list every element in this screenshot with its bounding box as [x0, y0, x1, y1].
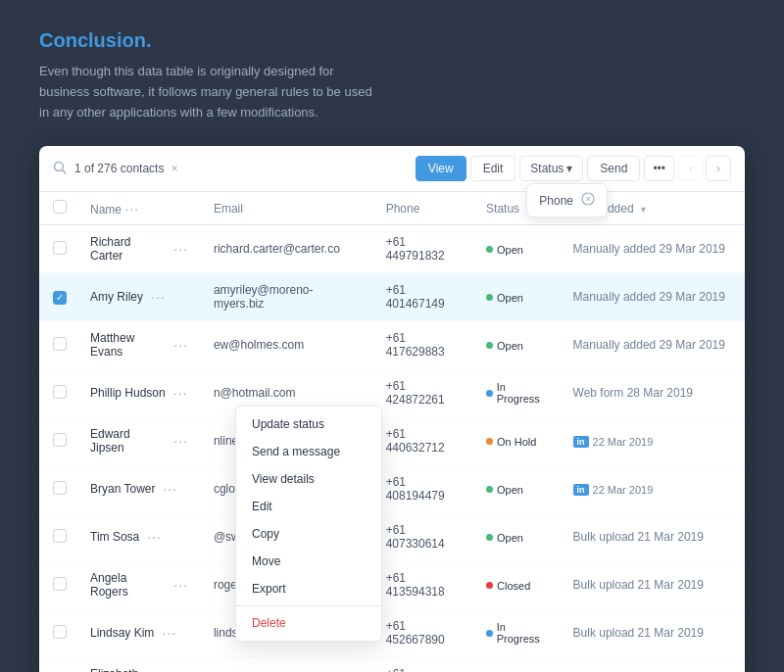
contact-phone: +61 403987612 [374, 657, 474, 672]
row-checkbox[interactable] [53, 625, 67, 639]
contacts-count: 1 of 276 contacts × [74, 162, 408, 175]
select-all-checkbox[interactable] [53, 200, 67, 214]
contact-status: Open [474, 273, 561, 321]
source-label: Bulk upload 21 Mar 2019 [573, 578, 704, 592]
context-menu-item-send-a-message[interactable]: Send a message [236, 438, 381, 465]
table-row: Lindsay Kim···lindsay98@wilkerson.com+61… [39, 609, 745, 657]
contact-phone: +61 401467149 [374, 273, 474, 321]
row-checkbox[interactable] [53, 577, 67, 591]
contact-date: in 22 Mar 2019 [562, 417, 745, 465]
contact-name: Richard Carter [90, 235, 166, 263]
row-options-button[interactable]: ··· [172, 385, 190, 401]
row-checkbox[interactable] [53, 433, 67, 447]
contact-email: amyriley@moreno-myers.biz [202, 273, 374, 321]
row-options-button[interactable]: ··· [172, 433, 190, 449]
status-dot [486, 438, 493, 445]
status-dot [486, 294, 493, 301]
conclusion-title: Conclusion. [39, 29, 745, 52]
source-label: Manually added 29 Mar 2019 [573, 290, 725, 304]
contact-status: Open [474, 225, 561, 273]
status-label: Open [497, 532, 523, 544]
contact-phone: +61 440632712 [374, 417, 474, 465]
source-label: Manually added 29 Mar 2019 [573, 338, 725, 352]
status-dot [486, 582, 493, 589]
context-menu-item-delete[interactable]: Delete [236, 609, 381, 637]
contact-date: Manually added 29 Mar 2019 [562, 225, 745, 273]
row-options-button[interactable]: ··· [172, 337, 190, 353]
contact-name: Elizabeth Myers [90, 667, 166, 672]
status-dot [486, 342, 493, 349]
contact-status: In Progress [474, 369, 561, 417]
context-menu-item-view-details[interactable]: View details [236, 465, 381, 493]
close-filter-button[interactable]: × [172, 162, 178, 175]
contact-date: Web form 28 Mar 2019 [562, 369, 745, 417]
contacts-card: 1 of 276 contacts × View Edit Status ▾ S… [39, 146, 745, 672]
contact-phone: +61 417629883 [374, 321, 474, 369]
status-button[interactable]: Status ▾ [519, 156, 583, 181]
more-button[interactable]: ••• [644, 156, 674, 181]
status-label: Open [497, 340, 523, 352]
row-checkbox[interactable] [53, 241, 67, 255]
context-menu-item-export[interactable]: Export [236, 575, 381, 602]
contact-phone: +61 424872261 [374, 369, 474, 417]
row-checkbox[interactable] [53, 481, 67, 495]
contact-email: ew@holmes.com [202, 321, 374, 369]
contact-status: Open [474, 465, 561, 513]
select-all-header [39, 192, 78, 225]
contact-phone: +61 452667890 [374, 609, 474, 657]
next-page-button[interactable]: › [706, 156, 731, 181]
edit-button[interactable]: Edit [470, 156, 516, 181]
contact-date: Manually added 29 Mar 2019 [562, 273, 745, 321]
contact-date: in 22 Mar 2019 [562, 465, 745, 513]
status-label: Closed [497, 580, 530, 592]
send-button[interactable]: Send [587, 156, 640, 181]
view-button[interactable]: View [416, 156, 466, 181]
status-label: Open [497, 484, 523, 496]
contact-status: Open [474, 657, 561, 672]
row-checkbox[interactable]: ✓ [53, 291, 67, 305]
context-menu-item-edit[interactable]: Edit [236, 493, 381, 520]
nav-arrows: ‹ › [678, 156, 731, 181]
table-row: Bryan Tower···cglobal.net+61 408194479Op… [39, 465, 745, 513]
menu-separator [236, 605, 381, 606]
context-menu-item-copy[interactable]: Copy [236, 520, 381, 548]
row-options-button[interactable]: ··· [172, 577, 190, 593]
contact-status: On Hold [474, 417, 561, 465]
row-checkbox[interactable] [53, 385, 67, 399]
row-checkbox[interactable] [53, 529, 67, 543]
context-menu-item-update-status[interactable]: Update status [236, 410, 381, 438]
sort-icon: ▼ [639, 205, 648, 215]
source-label: Web form 28 Mar 2019 [573, 386, 694, 400]
status-dot [486, 630, 493, 637]
row-options-button[interactable]: ··· [145, 529, 164, 545]
row-options-button[interactable]: ··· [160, 625, 178, 641]
row-options-button[interactable]: ··· [172, 241, 190, 257]
phone-tooltip-icon: ✕ [581, 192, 595, 209]
contact-email: richard.carter@carter.co [202, 225, 374, 273]
context-menu-item-move[interactable]: Move [236, 548, 381, 575]
table-row: Richard Carter···richard.carter@carter.c… [39, 225, 745, 273]
contacts-table: Name ··· Email Phone Status Date added ▼… [39, 192, 745, 672]
contact-status: Closed [474, 561, 561, 609]
contact-date: Bulk upload 21 Mar 2019 [562, 609, 745, 657]
name-header: Name ··· [78, 192, 202, 225]
phone-tooltip: Phone ✕ [526, 183, 608, 217]
source-label: Bulk upload 21 Mar 2019 [573, 530, 704, 544]
svg-text:✕: ✕ [585, 195, 592, 204]
prev-page-button[interactable]: ‹ [678, 156, 704, 181]
conclusion-body: Even though this data table is originall… [39, 62, 372, 122]
name-column-options[interactable]: ··· [124, 201, 139, 216]
row-options-button[interactable]: ··· [161, 481, 179, 497]
row-checkbox[interactable] [53, 337, 67, 351]
contact-status: Open [474, 321, 561, 369]
phone-tooltip-label: Phone [539, 194, 573, 208]
svg-line-1 [63, 169, 67, 173]
chevron-down-icon: ▾ [566, 162, 572, 175]
table-row: Angela Rogers···rogersangela@gibson.net+… [39, 561, 745, 609]
contact-date: Bulk upload 21 Mar 2019 [562, 513, 745, 561]
contact-name: Bryan Tower [90, 482, 155, 496]
contact-phone: +61 413594318 [374, 561, 474, 609]
search-icon [53, 161, 67, 177]
row-options-button[interactable]: ··· [149, 289, 168, 305]
contact-name: Angela Rogers [90, 571, 166, 599]
